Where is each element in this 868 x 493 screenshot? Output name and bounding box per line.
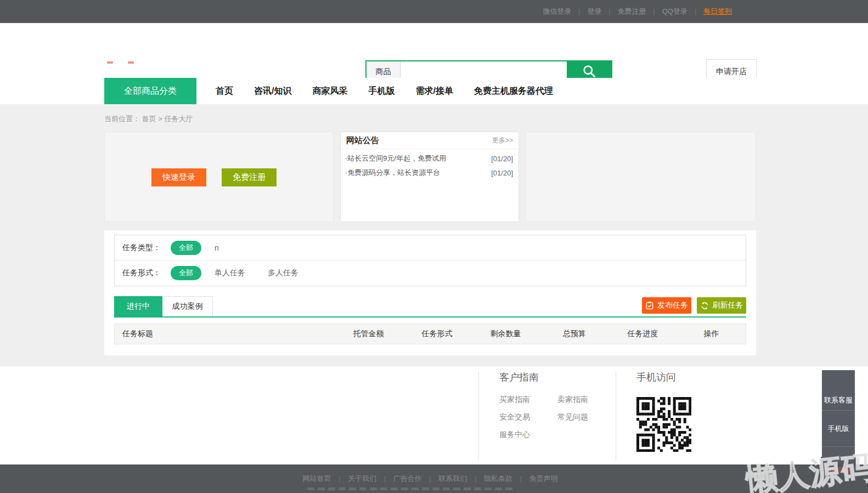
column-total-budget: 总预算 [540, 329, 608, 339]
separator: | [339, 474, 340, 483]
content-area: 当前位置： 首页 > 任务大厅 快速登录 免费注册 网站公告 更多>> [0, 104, 868, 366]
task-table-header: 任务标题 托管金额 任务形式 剩余数量 总预算 任务进度 操作 [114, 324, 746, 344]
mobile-version-button[interactable]: 手机版 [822, 411, 855, 447]
filter-type-all-pill[interactable]: 全部 [171, 241, 201, 255]
faq-link[interactable]: 常见问题 [557, 412, 616, 430]
refresh-task-button[interactable]: 刷新任务 [697, 297, 746, 314]
breadcrumb-label: 当前位置： [104, 115, 140, 123]
nav-item-free-host[interactable]: 免费主机服务器代理 [474, 86, 553, 97]
main-nav: 全部商品分类 首页 咨讯/知识 商家风采 手机版 需求/接单 免费主机服务器代理 [0, 78, 868, 104]
contact-service-button[interactable]: 联系客服 [822, 370, 855, 411]
header: 商品 申请开店 [0, 23, 868, 78]
all-categories-button[interactable]: 全部商品分类 [104, 78, 196, 104]
filter-row-type: 任务类型： 全部 n [115, 235, 746, 260]
separator: | [695, 8, 696, 15]
footer-disclaimer-link[interactable]: 免责声明 [529, 474, 558, 483]
logo-broken-mark [107, 61, 113, 64]
notice-item-link[interactable]: ·站长云空间9元/年起，免费试用 [345, 154, 446, 163]
top-boxes-row: 快速登录 免费注册 网站公告 更多>> ·站长云空间9元/年起，免费试用 [01… [104, 132, 756, 222]
task-panel: 任务类型： 全部 n 任务形式： 全部 单人任务 多人任务 进行中 成功案例 [104, 230, 756, 355]
nav-item-news[interactable]: 咨讯/知识 [254, 86, 291, 97]
register-link[interactable]: 免费注册 [618, 7, 646, 16]
footer-about-link[interactable]: 关于我们 [348, 474, 376, 483]
page: 微信登录 | 登录 | 免费注册 | QQ登录 | 每日签到 商品 申请开店 [0, 0, 868, 493]
mobile-access-title: 手机访问 [636, 371, 691, 384]
topbar-links: 微信登录 | 登录 | 免费注册 | QQ登录 | 每日签到 [104, 0, 756, 23]
filter-form-label: 任务形式： [122, 268, 171, 278]
notice-item-date: [01/20] [491, 155, 513, 163]
filter-type-option[interactable]: n [215, 243, 219, 252]
notice-item: ·免费源码分享，站长资源平台 [01/20] [345, 166, 513, 180]
mobile-access-section: 手机访问 [636, 371, 691, 452]
breadcrumb: 当前位置： 首页 > 任务大厅 [104, 104, 756, 124]
separator: | [578, 8, 580, 15]
seller-guide-link[interactable]: 卖家指南 [557, 395, 616, 412]
logo-broken-mark [128, 61, 134, 64]
nav-item-home[interactable]: 首页 [216, 86, 233, 97]
refresh-icon [700, 301, 709, 310]
daily-signin-link[interactable]: 每日签到 [703, 7, 732, 16]
tab-in-progress[interactable]: 进行中 [114, 296, 162, 316]
footer-ads-link[interactable]: 广告合作 [393, 474, 422, 483]
nav-items: 首页 咨讯/知识 商家风采 手机版 需求/接单 免费主机服务器代理 [205, 78, 563, 104]
quick-login-button[interactable]: 快速登录 [151, 168, 206, 186]
column-task-title: 任务标题 [115, 329, 334, 339]
notice-more-link[interactable]: 更多>> [492, 136, 513, 145]
clipboard-check-icon [645, 301, 654, 310]
separator: | [653, 8, 655, 15]
free-register-button[interactable]: 免费注册 [222, 168, 277, 186]
customer-guide-title: 客户指南 [499, 371, 616, 384]
notice-item-link[interactable]: ·免费源码分享，站长资源平台 [345, 168, 440, 178]
publish-task-button[interactable]: 发布任务 [642, 297, 691, 314]
side-rail: 联系客服 手机版 [822, 370, 855, 463]
breadcrumb-separator: > [158, 115, 162, 123]
column-escrow-amount: 托管金额 [334, 329, 403, 339]
customer-guide-section: 客户指南 买家指南 卖家指南 安全交易 常见问题 服务中心 [499, 371, 616, 447]
separator: | [608, 8, 610, 15]
qr-code [636, 397, 691, 452]
notice-title: 网站公告 [346, 135, 379, 146]
footer: 客户指南 买家指南 卖家指南 安全交易 常见问题 服务中心 手机访问 [0, 366, 868, 464]
nav-item-demand[interactable]: 需求/接单 [415, 86, 453, 97]
separator: | [429, 474, 431, 483]
column-progress: 任务进度 [608, 329, 677, 339]
footer-privacy-link[interactable]: 隐私条款 [484, 474, 512, 483]
filter-form-option-single[interactable]: 单人任务 [215, 268, 245, 278]
tab-success-cases[interactable]: 成功案例 [162, 296, 213, 316]
column-actions: 操作 [677, 329, 746, 339]
footer-copyright-clipped [307, 488, 516, 490]
breadcrumb-current: 任务大厅 [164, 115, 193, 123]
notice-item: ·站长云空间9元/年起，免费试用 [01/20] [345, 151, 513, 166]
bottom-bar: 网站首页 | 关于我们 | 广告合作 | 联系我们 | 隐私条款 | 免责声明 [0, 464, 868, 493]
task-tabs: 进行中 成功案例 发布任务 刷新任务 [114, 296, 746, 318]
column-remaining: 剩余数量 [471, 329, 540, 339]
service-center-link[interactable]: 服务中心 [499, 430, 557, 447]
login-promo-box: 快速登录 免费注册 [104, 132, 334, 222]
right-placeholder-box [526, 132, 756, 222]
footer-contact-link[interactable]: 联系我们 [438, 474, 467, 483]
separator: | [475, 474, 476, 483]
filter-box: 任务类型： 全部 n 任务形式： 全部 单人任务 多人任务 [114, 235, 746, 286]
filter-form-option-multi[interactable]: 多人任务 [268, 268, 298, 278]
filter-type-label: 任务类型： [122, 243, 171, 253]
filter-row-form: 任务形式： 全部 单人任务 多人任务 [115, 260, 746, 286]
footer-divider [616, 372, 616, 460]
footer-home-link[interactable]: 网站首页 [302, 474, 331, 483]
column-task-form: 任务形式 [403, 329, 471, 339]
qq-login-link[interactable]: QQ登录 [662, 7, 687, 16]
breadcrumb-home-link[interactable]: 首页 [142, 115, 156, 123]
bottom-links: 网站首页 | 关于我们 | 广告合作 | 联系我们 | 隐私条款 | 免责声明 [104, 464, 756, 484]
nav-item-mobile[interactable]: 手机版 [368, 86, 394, 97]
login-link[interactable]: 登录 [587, 7, 601, 16]
wechat-login-link[interactable]: 微信登录 [543, 7, 571, 16]
nav-item-merchants[interactable]: 商家风采 [312, 86, 347, 97]
topbar: 微信登录 | 登录 | 免费注册 | QQ登录 | 每日签到 [0, 0, 868, 23]
site-notice-box: 网站公告 更多>> ·站长云空间9元/年起，免费试用 [01/20] ·免费源码… [340, 132, 519, 222]
separator: | [520, 474, 522, 483]
buyer-guide-link[interactable]: 买家指南 [499, 395, 557, 412]
notice-item-date: [01/20] [491, 169, 513, 177]
filter-form-all-pill[interactable]: 全部 [171, 266, 201, 280]
separator: | [384, 474, 386, 483]
safe-trade-link[interactable]: 安全交易 [499, 412, 557, 430]
footer-divider [478, 372, 479, 460]
